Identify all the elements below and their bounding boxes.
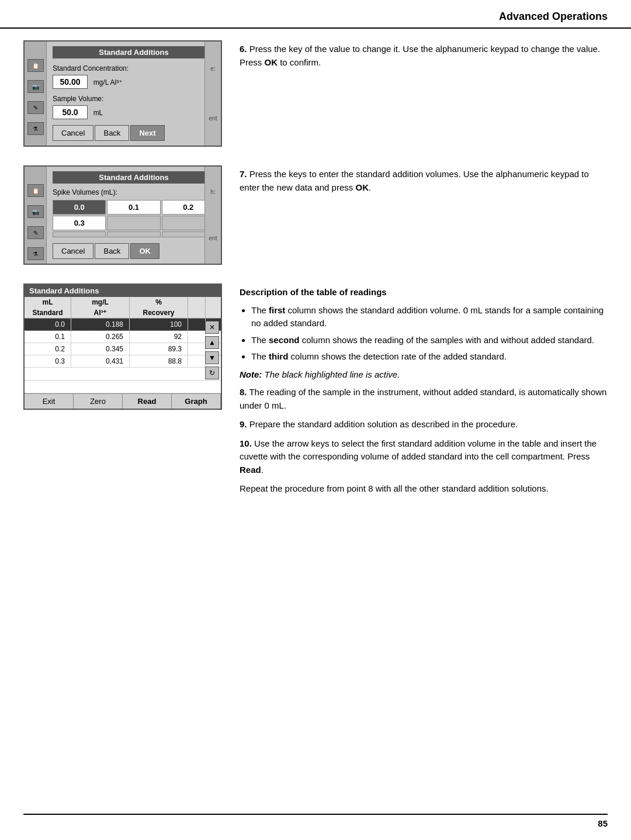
page-number: 85 [598,818,608,828]
cancel-button-2[interactable]: Cancel [53,243,93,259]
cancel-button-1[interactable]: Cancel [53,125,93,141]
table-row-1[interactable]: 0.1 0.265 92 [25,331,221,343]
panel-2-main: Standard Additions Spike Volumes (mL): 0… [47,167,221,264]
right-label-3: h: [210,189,215,195]
step-10-text1: Use the arrow keys to select the first s… [240,438,597,462]
section-2-text: 7. Press the keys to enter the standard … [240,165,608,199]
bullet-3-text: column shows the detection rate of the a… [288,351,507,361]
panel-1: 📋 📷 ✎ ⚗ Standard Additions Standard Conc… [23,40,222,147]
subhdr-ctrl [188,307,206,318]
table-row-0[interactable]: 0.0 0.188 100 [25,319,221,331]
step-9-para: 9. Prepare the standard addition solutio… [240,418,608,431]
row1-ml: 0.1 [25,331,71,343]
table-row-empty-2 [25,381,221,393]
row2-ml: 0.2 [25,343,71,355]
step-9-text: Prepare the standard addition solution a… [249,419,518,429]
page-footer: 85 [23,814,608,828]
refresh-icon[interactable]: ↻ [205,367,219,379]
col-header-mgl: mg/L [71,297,130,307]
step-7-num: 7. [240,169,247,179]
std-conc-value[interactable]: 50.00 [53,75,88,89]
back-button-1[interactable]: Back [95,125,129,141]
subhdr-standard: Standard [25,307,71,318]
table-row-3[interactable]: 0.3 0.431 88.8 [25,355,221,368]
right-label-4: ent [209,235,217,241]
exit-button[interactable]: Exit [25,394,74,409]
spike-vol-label: Spike Volumes (mL): [53,188,215,196]
bullet-1-bold: first [269,305,285,315]
next-button-1[interactable]: Next [130,125,164,141]
note-label: Note: [240,369,262,379]
step-6-ok: OK [265,57,278,67]
panel-1-buttons: Cancel Back Next [53,125,215,141]
sa-table: Standard Additions mL mg/L % Standard Al… [23,284,222,410]
up-arrow-icon[interactable]: ▲ [205,336,219,349]
down-arrow-icon[interactable]: ▼ [205,351,219,364]
camera-icon-2: 📷 [27,205,44,218]
step-9-num: 9. [240,419,247,429]
bullet-2-text: column shows the reading of the samples … [300,335,594,345]
step-10-read: Read [240,465,261,475]
pencil-icon: ✎ [27,101,44,114]
row1-mgl: 0.265 [71,331,130,343]
flask-icon: ⚗ [27,122,44,135]
section-3-row: Standard Additions mL mg/L % Standard Al… [23,284,608,500]
sample-vol-value[interactable]: 50.0 [53,105,88,119]
table-row-2[interactable]: 0.2 0.345 89.3 [25,343,221,355]
step-10-text2: . [261,465,264,475]
row1-pct: 92 [130,331,188,343]
right-label-2: ent [209,115,217,122]
bullet-3-bold: third [269,351,288,361]
panel-3-wrapper: Standard Additions mL mg/L % Standard Al… [23,284,222,410]
panel-1-main: Standard Additions Standard Concentratio… [47,42,221,146]
section-2-row: 📋 📷 ✎ ⚗ Standard Additions Spike Volumes… [23,165,608,265]
bullet-1: The first column shows the standard addi… [251,304,608,330]
spike-cell-7[interactable] [107,231,160,237]
camera-icon: 📷 [27,80,44,93]
panel-1-sidebar: 📋 📷 ✎ ⚗ [25,42,47,146]
panel-1-title: Standard Additions [53,46,215,58]
flask-icon-2: ⚗ [27,247,44,260]
spike-cell-6[interactable] [53,231,106,237]
graph-button[interactable]: Graph [172,394,221,409]
sa-col-headers: mL mg/L % [25,297,221,307]
section-1-text: 6. Press the key of the value to change … [240,40,608,74]
step-6-num: 6. [240,44,247,54]
step-6-text2: to confirm. [278,57,321,67]
section-3-text: Description of the table of readings The… [240,284,608,500]
row0-mgl: 0.188 [71,319,130,330]
panel-2-title: Standard Additions [53,171,215,184]
step-7-text2: . [369,182,371,192]
row0-ml: 0.0 [25,319,71,330]
spike-cell-0[interactable]: 0.0 [53,200,106,215]
ok-button-2[interactable]: OK [130,243,160,259]
col-header-ml: mL [25,297,71,307]
row3-ml: 0.3 [25,355,71,367]
row2-pct: 89.3 [130,343,188,355]
back-button-2[interactable]: Back [95,243,129,259]
step-6-para: 6. Press the key of the value to change … [240,43,608,69]
step-7-ok: OK [355,182,369,192]
read-button[interactable]: Read [123,394,172,409]
bullet-list: The first column shows the standard addi… [251,304,608,364]
spike-grid: 0.0 0.1 0.2 0.3 [53,200,215,237]
note-body: The black highlighted line is active. [265,369,400,379]
page-header: Advanced Operations [0,0,631,29]
sa-bottom-row: Exit Zero Read Graph [25,393,221,409]
step-10-para: 10. Use the arrow keys to select the fir… [240,437,608,477]
spike-cell-4[interactable] [107,216,160,230]
row3-pct: 88.8 [130,355,188,367]
page-title: Advanced Operations [499,11,608,22]
panel-1-wrapper: 📋 📷 ✎ ⚗ Standard Additions Standard Conc… [23,40,222,147]
row2-mgl: 0.345 [71,343,130,355]
panel-2: 📋 📷 ✎ ⚗ Standard Additions Spike Volumes… [23,165,222,265]
close-icon[interactable]: ✕ [205,321,219,334]
sa-col-subheaders: Standard Al³⁺ Recovery [25,307,221,319]
spike-cell-1[interactable]: 0.1 [107,200,160,215]
std-conc-label: Standard Concentration: [53,64,215,72]
spike-cell-3[interactable]: 0.3 [53,216,106,230]
zero-button[interactable]: Zero [74,394,123,409]
sample-vol-label: Sample Volume: [53,95,215,103]
panel-2-right-bar: h: ent [204,167,221,264]
copy-icon: 📋 [27,59,44,72]
